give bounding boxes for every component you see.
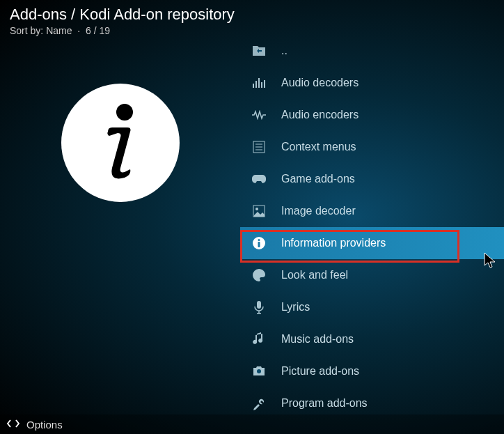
content-area: .. Audio decoders Audio encoders Context… <box>0 35 504 414</box>
footer-bar: Options <box>0 414 504 434</box>
list-item-label: Picture add-ons <box>281 365 359 378</box>
svg-point-16 <box>257 369 261 373</box>
list-item-label: Image decoder <box>281 205 356 217</box>
list-item-label: Program add-ons <box>281 397 368 410</box>
music-note-icon <box>249 330 269 349</box>
menu-list-icon <box>249 137 269 157</box>
list-item-label: Audio encoders <box>281 109 359 121</box>
svg-rect-3 <box>258 78 260 88</box>
svg-point-11 <box>255 208 258 210</box>
list-item-information-providers[interactable]: Information providers <box>240 227 504 259</box>
list-item-label: Music add-ons <box>281 333 354 346</box>
list-item-lyrics[interactable]: Lyrics <box>240 291 504 323</box>
preview-panel <box>0 35 240 414</box>
list-item-label: .. <box>281 45 288 57</box>
svg-rect-1 <box>253 84 254 88</box>
breadcrumb: Add-ons / Kodi Add-on repository <box>10 6 494 24</box>
list-item-label: Audio decoders <box>281 77 359 89</box>
svg-rect-15 <box>257 301 261 309</box>
list-item-audio-decoders[interactable]: Audio decoders <box>240 67 504 99</box>
options-arrows-icon <box>7 419 19 431</box>
options-button[interactable]: Options <box>26 419 63 431</box>
info-circle-icon <box>249 233 269 253</box>
svg-rect-4 <box>261 82 262 88</box>
svg-point-0 <box>116 104 133 121</box>
camera-icon <box>249 362 269 381</box>
list-item-label: Information providers <box>281 237 386 249</box>
list-item-label: Game add-ons <box>281 173 355 185</box>
list-item-label: Look and feel <box>281 269 348 281</box>
list-item-picture-addons[interactable]: Picture add-ons <box>240 355 504 387</box>
tools-icon <box>249 394 269 413</box>
waveform-icon <box>249 105 269 125</box>
gamepad-icon <box>249 169 269 189</box>
microphone-icon <box>249 297 269 317</box>
equalizer-icon <box>249 73 269 93</box>
svg-point-13 <box>258 239 260 241</box>
svg-rect-2 <box>255 81 257 88</box>
list-item-image-decoder[interactable]: Image decoder <box>240 195 504 227</box>
list-item-look-and-feel[interactable]: Look and feel <box>240 259 504 291</box>
header: Add-ons / Kodi Add-on repository Sort by… <box>0 0 504 38</box>
list-item-back[interactable]: .. <box>240 35 504 67</box>
folder-back-icon <box>249 41 269 61</box>
list-item-music-addons[interactable]: Music add-ons <box>240 323 504 355</box>
list-item-label: Context menus <box>281 141 356 153</box>
info-preview-image <box>61 84 180 202</box>
category-list[interactable]: .. Audio decoders Audio encoders Context… <box>240 35 504 414</box>
list-item-audio-encoders[interactable]: Audio encoders <box>240 99 504 131</box>
info-glyph-icon <box>93 101 148 185</box>
image-frame-icon <box>249 201 269 221</box>
list-item-context-menus[interactable]: Context menus <box>240 131 504 163</box>
palette-icon <box>249 265 269 285</box>
svg-rect-5 <box>264 80 265 88</box>
list-item-game-addons[interactable]: Game add-ons <box>240 163 504 195</box>
svg-rect-14 <box>258 242 260 247</box>
list-item-label: Lyrics <box>281 301 310 313</box>
